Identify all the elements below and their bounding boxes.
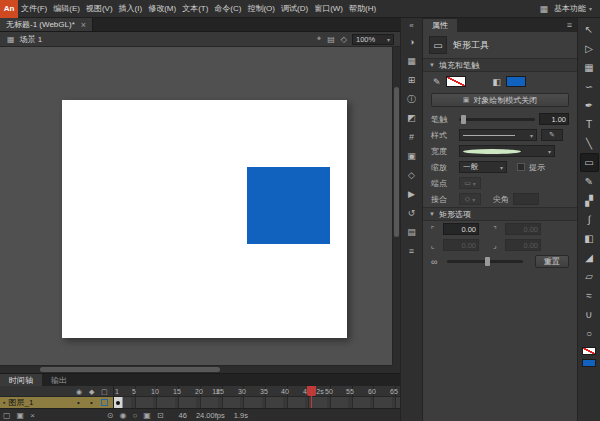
width-profile-select[interactable]: ▾ xyxy=(459,145,555,157)
menu-item-file[interactable]: 文件(F) xyxy=(18,0,50,18)
info-panel-icon[interactable]: ⓘ xyxy=(404,91,420,107)
layer-outline-color-swatch[interactable] xyxy=(101,399,108,406)
horizontal-scrollbar[interactable] xyxy=(0,365,392,373)
corner-radius-slider[interactable] xyxy=(447,260,523,263)
playhead[interactable] xyxy=(307,386,316,396)
modify-markers-icon[interactable]: ⊡ xyxy=(154,411,167,420)
expand-panels-icon[interactable]: « xyxy=(409,20,413,31)
stroke-size-slider-thumb[interactable] xyxy=(461,115,466,124)
menu-item-window[interactable]: 窗口(W) xyxy=(311,0,346,18)
hand-tool[interactable]: ∪ xyxy=(580,305,599,324)
output-panel-icon[interactable]: ≡ xyxy=(404,243,420,259)
width-tool[interactable]: ≈ xyxy=(580,286,599,305)
brush-tool[interactable]: ▞ xyxy=(580,191,599,210)
delete-layer-icon[interactable]: × xyxy=(27,411,38,420)
swatches-panel-icon[interactable]: ▦ xyxy=(404,53,420,69)
menu-item-help[interactable]: 帮助(H) xyxy=(346,0,379,18)
tab-properties[interactable]: 属性 xyxy=(423,19,457,32)
text-tool[interactable]: T xyxy=(580,115,599,134)
corner-radius-slider-thumb[interactable] xyxy=(485,257,490,266)
section-rectangle-options[interactable]: ▼ 矩形选项 xyxy=(423,207,577,221)
motion-presets-panel-icon[interactable]: ◇ xyxy=(404,167,420,183)
toolbar-stroke-color-swatch[interactable] xyxy=(582,347,596,355)
workspace-grid-icon[interactable]: ▦ xyxy=(535,4,552,14)
layer-frames-row[interactable] xyxy=(114,397,400,408)
history-panel-icon[interactable]: ↺ xyxy=(404,205,420,221)
stroke-size-value[interactable]: 1.00 xyxy=(539,113,569,125)
subselection-tool[interactable]: ▷ xyxy=(580,39,599,58)
new-layer-icon[interactable]: ▢ xyxy=(0,411,14,420)
toolbar-fill-color-swatch[interactable] xyxy=(582,359,596,367)
drawn-rectangle[interactable] xyxy=(247,167,330,244)
document-tab[interactable]: 无标题-1 (WebGL)* × xyxy=(0,18,93,31)
edit-symbol-icon[interactable]: ◇ xyxy=(340,35,348,44)
free-transform-tool[interactable]: ▦ xyxy=(580,58,599,77)
section-fill-stroke[interactable]: ▼ 填充和笔触 xyxy=(423,58,577,72)
zoom-tool[interactable]: ○ xyxy=(580,324,599,343)
timeline-frames[interactable]: 1 5 10 15 20 25 30 35 40 45 50 55 60 65 … xyxy=(114,386,400,408)
selection-tool[interactable]: ↖ xyxy=(580,20,599,39)
bone-tool[interactable]: ∫ xyxy=(580,210,599,229)
menu-item-insert[interactable]: 插入(I) xyxy=(116,0,146,18)
actions-panel-icon[interactable]: ▶ xyxy=(404,186,420,202)
eye-icon[interactable]: ◉ xyxy=(76,387,82,396)
eyedropper-tool[interactable]: ◢ xyxy=(580,248,599,267)
panel-menu-icon[interactable]: ≡ xyxy=(562,18,577,32)
keyframe-frame-1[interactable] xyxy=(114,397,123,408)
center-frame-icon[interactable]: ⌖ xyxy=(316,34,323,44)
line-tool[interactable]: ╲ xyxy=(580,134,599,153)
menu-item-control[interactable]: 控制(O) xyxy=(244,0,278,18)
pen-tool[interactable]: ✒ xyxy=(580,96,599,115)
menu-item-text[interactable]: 文本(T) xyxy=(179,0,211,18)
edit-multiple-frames-icon[interactable]: ▣ xyxy=(140,411,154,420)
reset-button[interactable]: 重置 xyxy=(535,255,569,268)
layer-visibility-dot[interactable]: • xyxy=(77,397,80,408)
layer-name[interactable]: 图层_1 xyxy=(8,397,33,408)
scene-breadcrumb[interactable]: 场景 1 xyxy=(20,34,43,45)
close-icon[interactable]: × xyxy=(81,20,86,30)
corner-radius-top-left[interactable]: 0.00 xyxy=(443,223,479,235)
fill-color-swatch[interactable] xyxy=(506,76,526,87)
app-logo[interactable]: An xyxy=(0,0,18,18)
color-panel-icon[interactable]: ◑ xyxy=(404,34,420,50)
onion-skin-icon[interactable]: ◉ xyxy=(117,411,130,420)
lock-corner-radius-icon[interactable]: ∞ xyxy=(431,257,443,267)
components-panel-icon[interactable]: ▣ xyxy=(404,148,420,164)
tab-output[interactable]: 输出 xyxy=(42,374,76,386)
menu-item-commands[interactable]: 命令(C) xyxy=(211,0,244,18)
eraser-tool[interactable]: ▱ xyxy=(580,267,599,286)
menu-item-view[interactable]: 视图(V) xyxy=(83,0,116,18)
rectangle-tool[interactable]: ▭ xyxy=(580,153,599,172)
onion-skin-outline-icon[interactable]: ○ xyxy=(129,411,140,420)
stroke-hinting-checkbox[interactable] xyxy=(517,163,525,171)
menu-item-modify[interactable]: 修改(M) xyxy=(145,0,179,18)
object-drawing-mode-button[interactable]: ▣ 对象绘制模式关闭 xyxy=(431,93,569,107)
layer-row[interactable]: ▪ 图层_1 • • xyxy=(0,397,113,408)
stroke-style-select[interactable]: ▾ xyxy=(459,129,537,141)
join-select[interactable]: ◇ ▾ xyxy=(459,193,481,205)
center-frame-icon[interactable]: ⊙ xyxy=(104,411,117,420)
horizontal-scrollbar-thumb[interactable] xyxy=(40,367,220,372)
frame-rate-value[interactable]: 24.00fps xyxy=(196,411,225,420)
vertical-scrollbar[interactable] xyxy=(392,47,400,365)
scale-select[interactable]: 一般 ▾ xyxy=(459,161,507,173)
cap-select[interactable]: ▭ ▾ xyxy=(459,177,481,189)
menu-item-edit[interactable]: 编辑(E) xyxy=(50,0,83,18)
tab-timeline[interactable]: 时间轴 xyxy=(0,374,42,386)
lasso-tool[interactable]: ∽ xyxy=(580,77,599,96)
align-panel-icon[interactable]: ⊞ xyxy=(404,72,420,88)
new-folder-icon[interactable]: ▣ xyxy=(14,411,28,420)
vertical-scrollbar-thumb[interactable] xyxy=(394,87,399,237)
layer-lock-dot[interactable]: • xyxy=(90,397,93,408)
timeline-ruler[interactable]: 1 5 10 15 20 25 30 35 40 45 50 55 60 65 … xyxy=(114,386,400,397)
pencil-tool[interactable]: ✎ xyxy=(580,172,599,191)
menu-item-debug[interactable]: 调试(D) xyxy=(278,0,311,18)
stage[interactable] xyxy=(62,100,347,338)
code-snippets-panel-icon[interactable]: # xyxy=(404,129,420,145)
transform-panel-icon[interactable]: ◩ xyxy=(404,110,420,126)
outline-icon[interactable]: ▢ xyxy=(101,387,108,396)
miter-value[interactable] xyxy=(513,193,539,205)
lock-icon[interactable]: ◆ xyxy=(89,387,94,396)
stroke-size-slider[interactable] xyxy=(459,118,535,121)
stage-pasteboard[interactable] xyxy=(0,47,400,373)
